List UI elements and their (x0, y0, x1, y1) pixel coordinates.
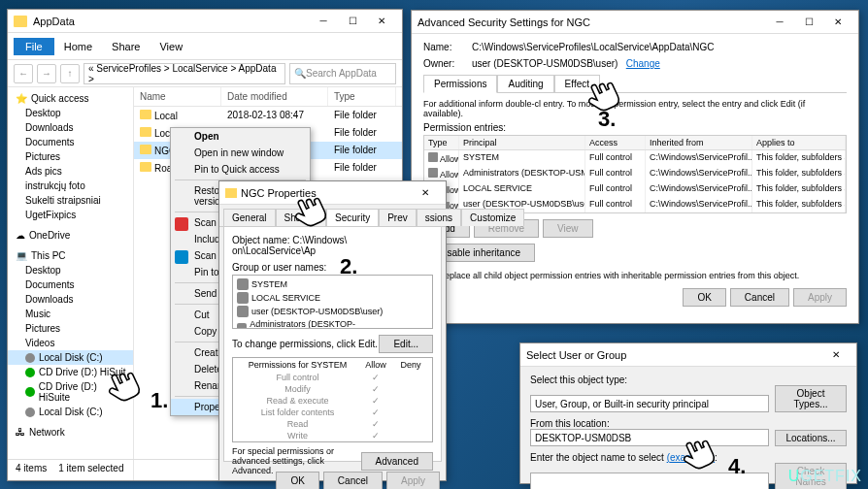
sidebar-item[interactable]: Ads pics (8, 164, 133, 179)
sidebar-drive[interactable]: CD Drive (D:) HiSuit (8, 365, 133, 379)
tab-general[interactable]: General (223, 209, 276, 226)
change-owner-link[interactable]: Change (626, 58, 660, 69)
object-types-button[interactable]: Object Types... (775, 385, 847, 412)
name-label: Name: (423, 42, 472, 52)
user-item[interactable]: LOCAL SERVICE (235, 291, 430, 305)
sidebar-item[interactable]: Pictures (8, 321, 133, 336)
minimize-button[interactable]: ─ (765, 13, 794, 32)
ok-button[interactable]: OK (683, 288, 725, 307)
close-button[interactable]: ✕ (821, 345, 851, 365)
minimize-button[interactable]: ─ (309, 12, 338, 31)
explorer-sidebar: ⭐ Quick access DesktopDownloadsDocuments… (8, 87, 134, 480)
tab-ssions[interactable]: ssions (417, 209, 461, 226)
ok-button[interactable]: OK (276, 472, 318, 489)
tab-sharing[interactable]: Sharing (276, 209, 326, 226)
forward-button[interactable]: → (37, 64, 56, 83)
object-type-field[interactable] (530, 395, 769, 412)
tab-customize[interactable]: Customize (461, 209, 524, 226)
advsec-title: Advanced Security Settings for NGC (417, 16, 765, 28)
view-button[interactable]: View (543, 219, 593, 238)
close-button[interactable]: ✕ (367, 12, 396, 31)
permission-entries-table[interactable]: Type Principal Access Inherited from App… (423, 135, 847, 213)
permissions-list: Permissions for SYSTEMAllowDeny Full con… (232, 357, 433, 442)
user-item[interactable]: user (DESKTOP-USM0DSB\user) (235, 305, 430, 318)
user-list[interactable]: SYSTEMLOCAL SERVICEuser (DESKTOP-USM0DSB… (232, 275, 433, 329)
explorer-titlebar: AppData ─ ☐ ✕ (8, 10, 402, 33)
maximize-button[interactable]: ☐ (794, 13, 823, 32)
network[interactable]: 🖧 Network (8, 425, 133, 440)
quick-access[interactable]: ⭐ Quick access (8, 91, 133, 106)
sidebar-drive[interactable]: Local Disk (C:) (8, 405, 133, 419)
back-button[interactable]: ← (14, 64, 33, 83)
tab-effect[interactable]: Effect (554, 75, 600, 92)
this-pc[interactable]: 💻 This PC (8, 248, 133, 263)
apply-button[interactable]: Apply (386, 472, 440, 489)
view-menu[interactable]: View (150, 38, 192, 55)
seluser-title: Select User or Group (526, 349, 821, 361)
sidebar-item[interactable]: instrukcjų foto (8, 179, 133, 193)
share-menu[interactable]: Share (102, 38, 150, 55)
table-row[interactable]: AllowSYSTEMFull controlC:\Windows\Servic… (424, 150, 846, 166)
close-button[interactable]: ✕ (823, 13, 852, 32)
advanced-security-dialog: Advanced Security Settings for NGC ─ ☐ ✕… (411, 10, 859, 324)
apply-button[interactable]: Apply (793, 288, 847, 307)
user-item[interactable]: SYSTEM (235, 277, 430, 291)
sidebar-drive[interactable]: CD Drive (D:) HiSuite (8, 379, 133, 405)
sidebar-item[interactable]: Sukelti straipsniai (8, 193, 133, 208)
table-row[interactable]: AllowAdministrators (DESKTOP-USM0...Full… (424, 166, 846, 181)
owner-value: user (DESKTOP-USM0DSB\user) (472, 58, 618, 69)
menu-item[interactable]: Open in new window (171, 145, 310, 161)
tab-security[interactable]: Security (326, 209, 379, 226)
col-type[interactable]: Type (328, 87, 396, 106)
menu-item[interactable]: Pin to Quick access (171, 161, 310, 178)
breadcrumb[interactable]: « ServiceProfiles > LocalService > AppDa… (83, 63, 285, 84)
status-count: 4 items (16, 463, 47, 477)
locations-button[interactable]: Locations... (775, 430, 847, 446)
properties-title: NGC Properties (241, 187, 411, 199)
up-button[interactable]: ↑ (60, 64, 80, 83)
sidebar-item[interactable]: Videos (8, 336, 133, 350)
search-input[interactable]: 🔍 Search AppData (289, 63, 396, 84)
name-label: Enter the object name to select (530, 452, 664, 463)
sidebar-item[interactable]: Downloads (8, 120, 133, 135)
maximize-button[interactable]: ☐ (338, 12, 367, 31)
file-tab[interactable]: File (14, 38, 54, 55)
table-row[interactable]: AllowLOCAL SERVICEFull controlC:\Windows… (424, 181, 846, 197)
cancel-button[interactable]: Cancel (730, 288, 789, 307)
sidebar-item[interactable]: Documents (8, 277, 133, 292)
folder-icon (225, 188, 237, 198)
owner-label: Owner: (423, 58, 472, 69)
address-bar: ← → ↑ « ServiceProfiles > LocalService >… (8, 60, 402, 87)
sidebar-item[interactable]: UgetFixpics (8, 208, 133, 222)
sidebar-item[interactable]: Downloads (8, 292, 133, 307)
annotation-4: 4. (728, 454, 746, 479)
menu-item[interactable]: Open (171, 128, 310, 145)
sidebar-item[interactable]: Pictures (8, 149, 133, 164)
sidebar-item[interactable]: Documents (8, 135, 133, 149)
onedrive[interactable]: ☁ OneDrive (8, 228, 133, 243)
object-name-label: Object name: (232, 235, 289, 245)
user-item[interactable]: Administrators (DESKTOP-USM0DSB\Administ… (235, 318, 430, 329)
sidebar-drive[interactable]: Local Disk (C:) (8, 350, 133, 365)
tab-prev[interactable]: Prev (379, 209, 417, 226)
col-name[interactable]: Name (134, 87, 221, 106)
edit-button[interactable]: Edit... (379, 335, 433, 353)
file-row[interactable]: Local2018-02-13 08:47File folder (134, 107, 402, 124)
col-date[interactable]: Date modified (221, 87, 328, 106)
tab-auditing[interactable]: Auditing (497, 75, 553, 92)
location-field[interactable] (530, 429, 769, 446)
sidebar-item[interactable]: Desktop (8, 106, 133, 120)
annotation-2: 2. (340, 254, 357, 279)
info-text: For additional inform double-cl entry. T… (423, 99, 847, 118)
location-label: From this location: (530, 418, 847, 429)
explorer-ribbon: File Home Share View (8, 33, 402, 60)
tab-permissions[interactable]: Permissions (423, 75, 497, 93)
cancel-button[interactable]: Cancel (323, 472, 383, 489)
sidebar-item[interactable]: Desktop (8, 263, 133, 277)
examples-link[interactable]: (examples) (667, 452, 715, 463)
advanced-button[interactable]: Advanced (361, 452, 433, 471)
watermark: UUGETFIXGETFIX (788, 468, 862, 485)
sidebar-item[interactable]: Music (8, 307, 133, 321)
home-menu[interactable]: Home (54, 38, 102, 55)
close-button[interactable]: ✕ (411, 183, 440, 203)
